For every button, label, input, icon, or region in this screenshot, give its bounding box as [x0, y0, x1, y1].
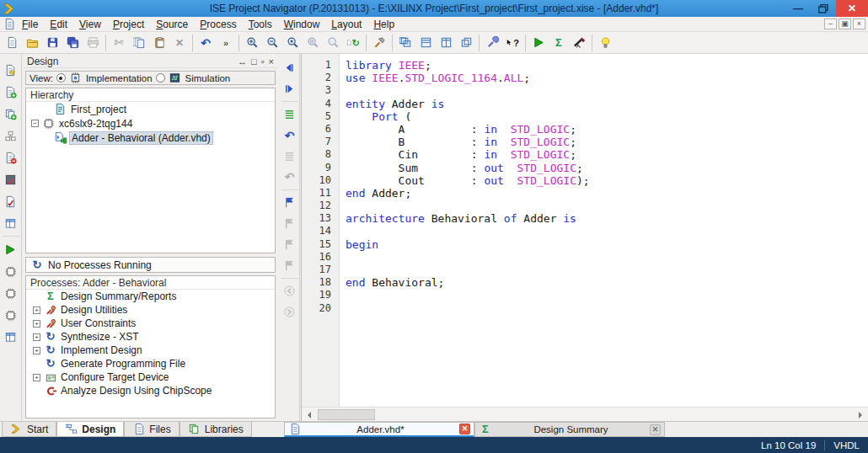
tab-close-button[interactable]: ✕	[650, 424, 661, 435]
process-row[interactable]: ΣDesign Summary/Reports	[26, 290, 275, 303]
menu-layout[interactable]: Layout	[325, 18, 367, 31]
menu-view[interactable]: View	[73, 18, 107, 31]
process-expander[interactable]: +	[33, 333, 40, 341]
panel-close-button[interactable]: ×	[269, 56, 274, 67]
float-window-button[interactable]	[456, 33, 476, 53]
bookmark-clear-button[interactable]	[281, 255, 299, 276]
paste-button[interactable]	[149, 33, 169, 53]
zoom-off-button[interactable]	[323, 33, 343, 53]
lightbulb-button[interactable]	[595, 33, 615, 53]
zoom-full-button[interactable]	[282, 33, 303, 53]
undo-green-button[interactable]: ↶	[281, 125, 299, 146]
process-row[interactable]: Analyze Design Using ChipScope	[26, 384, 275, 397]
cascade-windows-button[interactable]	[395, 33, 415, 53]
process-row[interactable]: ↻Generate Programming File	[26, 357, 275, 370]
history-forward-button[interactable]	[281, 301, 299, 322]
chipscope-analyze-button[interactable]	[569, 33, 589, 53]
process-row[interactable]: +Configure Target Device	[26, 370, 275, 384]
bookmark-toggle-button[interactable]	[281, 192, 299, 213]
panel-tab-libraries[interactable]: Libraries	[179, 422, 252, 437]
context-help-button[interactable]: ?	[502, 33, 522, 53]
hammer-button[interactable]	[369, 33, 389, 53]
menu-process[interactable]: Process	[194, 18, 242, 31]
menu-file[interactable]: File	[16, 18, 44, 31]
toggle-process-table-button[interactable]	[1, 326, 21, 348]
redo-gray-button[interactable]: ↶	[281, 167, 299, 188]
print-button[interactable]	[83, 33, 103, 53]
undo-button[interactable]: ↶	[196, 33, 216, 53]
project-properties-button[interactable]	[1, 168, 21, 190]
restore-button[interactable]	[811, 0, 836, 17]
mdi-minimize-button[interactable]: –	[824, 19, 837, 29]
menu-project[interactable]: Project	[107, 18, 150, 31]
tab-close-button[interactable]: ✕	[459, 424, 470, 434]
view-radio-implementation[interactable]	[56, 73, 66, 83]
run-button[interactable]	[528, 33, 549, 53]
process-expander[interactable]: +	[33, 374, 40, 381]
add-copy-of-source-button[interactable]	[1, 103, 21, 125]
document-tab[interactable]: ΣDesign Summary✕	[474, 422, 665, 437]
delete-button[interactable]: ✕	[169, 33, 190, 53]
goto-previous-button[interactable]	[281, 57, 299, 78]
save-button[interactable]	[42, 33, 62, 53]
run-process-button[interactable]	[1, 238, 21, 260]
process-row[interactable]: +↻Implement Design	[26, 344, 275, 357]
zoom-box-button[interactable]	[303, 33, 323, 53]
scroll-right-button[interactable]	[855, 409, 866, 420]
panel-tab-start[interactable]: Start	[2, 422, 56, 437]
zoom-in-button[interactable]	[242, 33, 262, 53]
document-tab[interactable]: Adder.vhd*✕	[284, 422, 474, 437]
cut-button[interactable]: ✄	[109, 33, 129, 53]
open-project-button[interactable]	[22, 33, 42, 53]
refresh-view-button[interactable]: ↻	[343, 33, 363, 53]
rerun-process-button[interactable]	[1, 282, 21, 304]
close-button[interactable]: ✕	[836, 0, 868, 17]
zoom-out-button[interactable]	[262, 33, 282, 53]
toggle-table-button[interactable]	[1, 212, 21, 234]
indent-green-button[interactable]	[281, 104, 299, 125]
minimize-button[interactable]: —	[785, 0, 811, 17]
add-source-button[interactable]	[1, 81, 21, 103]
mdi-restore-button[interactable]: ▣	[839, 19, 851, 29]
menu-tools[interactable]: Tools	[243, 18, 278, 31]
process-expander[interactable]: +	[33, 347, 40, 354]
copy-button[interactable]	[129, 33, 149, 53]
new-file-button[interactable]	[2, 33, 22, 53]
menu-help[interactable]: Help	[367, 18, 400, 31]
scroll-left-button[interactable]	[303, 409, 315, 420]
goto-next-button[interactable]	[281, 78, 299, 99]
save-all-button[interactable]	[62, 33, 83, 53]
design-summary-button[interactable]: Σ	[549, 33, 569, 53]
menu-edit[interactable]: Edit	[44, 18, 73, 31]
panel-tab-design[interactable]: Design	[56, 422, 124, 437]
tree-expander[interactable]: −	[31, 120, 39, 127]
process-row[interactable]: +User Constraints	[26, 317, 275, 330]
set-process-button[interactable]	[1, 260, 21, 282]
tree-row[interactable]: −xc6slx9-2tqg144	[26, 116, 275, 131]
bookmark-previous-button[interactable]	[281, 234, 299, 255]
scrollbar-thumb[interactable]	[318, 409, 375, 420]
process-expander[interactable]: +	[33, 306, 40, 314]
horizontal-scrollbar[interactable]	[302, 407, 868, 421]
rerun-all-processes-button[interactable]	[1, 304, 21, 326]
view-radio-simulation[interactable]	[156, 73, 165, 83]
menu-window[interactable]: Window	[278, 18, 326, 31]
process-expander[interactable]: +	[33, 320, 40, 328]
create-symbol-button[interactable]	[1, 125, 21, 147]
wrench-button[interactable]	[482, 33, 502, 53]
new-source-button[interactable]	[1, 59, 21, 81]
panel-tab-files[interactable]: Files	[124, 422, 179, 437]
history-back-button[interactable]	[281, 280, 299, 301]
tree-row[interactable]: Adder - Behavioral (Adder.vhd)	[26, 131, 275, 145]
bookmark-next-button[interactable]	[281, 213, 299, 234]
tile-vertical-button[interactable]	[436, 33, 456, 53]
panel-restore-button[interactable]: ▫	[261, 56, 265, 67]
process-row[interactable]: +↻Synthesize - XST	[26, 330, 275, 344]
code-area[interactable]: library IEEE;use IEEE.STD_LOGIC_1164.ALL…	[340, 54, 868, 407]
design-report-button[interactable]	[1, 190, 21, 212]
menu-source[interactable]: Source	[150, 18, 194, 31]
process-row[interactable]: +Design Utilities	[26, 303, 275, 317]
mdi-close-button[interactable]: ×	[853, 19, 865, 29]
undo-more-button[interactable]: »	[216, 33, 236, 53]
tile-horizontal-button[interactable]	[415, 33, 436, 53]
